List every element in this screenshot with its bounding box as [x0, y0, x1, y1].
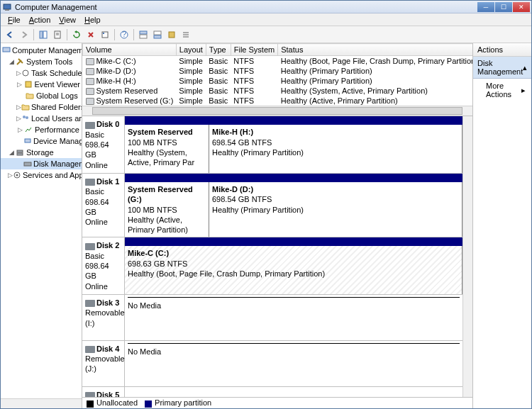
- col-filesystem[interactable]: File System: [231, 44, 277, 56]
- maximize-button[interactable]: ☐: [495, 2, 512, 12]
- properties-button[interactable]: [51, 28, 64, 41]
- chevron-right-icon: ▸: [521, 86, 526, 95]
- col-status[interactable]: Status: [278, 44, 473, 56]
- disk-type: Basic: [85, 252, 104, 260]
- properties2-button[interactable]: [99, 28, 111, 41]
- partition-mike-d[interactable]: Mike-D (D:) 698.54 GB NTFS Healthy (Prim…: [209, 182, 462, 237]
- tree-services-apps[interactable]: ▷ Services and Applications: [1, 169, 82, 181]
- title-bar: Computer Management ─ ☐ ✕: [1, 1, 531, 13]
- tree-event-viewer[interactable]: ▷ Event Viewer: [1, 79, 82, 90]
- actions-header: Actions: [473, 43, 531, 57]
- disk-row-5[interactable]: Disk 5 Removable (K:): [82, 387, 462, 397]
- menu-action[interactable]: Action: [25, 14, 55, 26]
- disk-row-4[interactable]: Disk 4 Removable (J:) No Media: [82, 341, 462, 387]
- disk-info: Disk 5 Removable (K:): [82, 387, 125, 397]
- back-button[interactable]: [4, 28, 16, 41]
- tree-system-tools[interactable]: ◢ System Tools: [1, 56, 82, 67]
- action-more[interactable]: More Actions ▸: [473, 79, 531, 101]
- view-bottom-button[interactable]: [151, 28, 164, 41]
- volume-icon: [86, 68, 94, 75]
- volume-row[interactable]: Mike-C (C:)SimpleBasicNTFSHealthy (Boot,…: [83, 56, 474, 67]
- part-title: Mike-H (H:): [212, 128, 253, 136]
- volume-row[interactable]: Mike-D (D:)SimpleBasicNTFSHealthy (Prima…: [83, 66, 474, 76]
- volume-row[interactable]: System Reserved (G:)SimpleBasicNTFSHealt…: [83, 96, 474, 106]
- expand-icon[interactable]: ▷: [16, 115, 21, 122]
- actions-group[interactable]: Disk Management ▴: [473, 57, 531, 79]
- tree-storage[interactable]: ◢ Storage: [1, 147, 82, 158]
- expand-icon[interactable]: ▷: [16, 126, 23, 133]
- disk-type: Removable (I:): [85, 308, 125, 327]
- collapse-icon[interactable]: ◢: [8, 58, 15, 65]
- computer-icon: [2, 45, 11, 55]
- col-volume[interactable]: Volume: [83, 44, 177, 56]
- col-layout[interactable]: Layout: [176, 44, 206, 56]
- volume-list: Volume Layout Type File System Status Ca…: [82, 43, 472, 116]
- main-content: Computer Management (Local ◢ System Tool…: [1, 43, 531, 408]
- legend: Unallocated Primary partition: [82, 397, 472, 408]
- partition-mike-h[interactable]: Mike-H (H:) 698.54 GB NTFS Healthy (Prim…: [209, 125, 462, 172]
- tree-shared-folders[interactable]: ▷ Shared Folders: [1, 101, 82, 113]
- tree-label: Global Logs: [36, 91, 78, 100]
- view-top-button[interactable]: [137, 28, 150, 41]
- list-button[interactable]: [179, 28, 192, 41]
- diskmap-scrollbar[interactable]: [462, 116, 472, 397]
- removable-icon: [85, 392, 95, 397]
- tree-root[interactable]: Computer Management (Local: [1, 45, 82, 56]
- expand-icon[interactable]: ▷: [16, 103, 21, 111]
- svg-rect-0: [4, 4, 11, 9]
- disk-type: Basic: [85, 187, 104, 196]
- no-media-text: No Media: [128, 301, 161, 310]
- show-hide-tree-button[interactable]: [37, 28, 50, 41]
- delete-button[interactable]: [84, 28, 97, 41]
- minimize-button[interactable]: ─: [477, 2, 494, 12]
- svg-point-22: [23, 116, 26, 118]
- disk-row-2[interactable]: Disk 2 Basic 698.64 GB Online Mike-C (C:…: [82, 237, 462, 294]
- partition-system-reserved-g[interactable]: System Reserved (G:) 100 MB NTFS Healthy…: [125, 182, 209, 237]
- disk-row-0[interactable]: Disk 0 Basic 698.64 GB Online System Res…: [82, 116, 462, 173]
- disk-row-1[interactable]: Disk 1 Basic 698.64 GB Online System Res…: [82, 174, 462, 237]
- tree-local-users[interactable]: ▷ Local Users and Groups: [1, 113, 82, 124]
- partition-system-reserved[interactable]: System Reserved 100 MB NTFS Healthy (Sys…: [125, 125, 209, 172]
- disk-row-3[interactable]: Disk 3 Removable (I:) No Media: [82, 295, 462, 341]
- disk-info: Disk 4 Removable (J:): [82, 341, 125, 386]
- menu-file[interactable]: File: [4, 14, 25, 26]
- disk-name: Disk 0: [96, 120, 119, 128]
- tree-scrollbar[interactable]: [1, 398, 82, 408]
- volume-row[interactable]: Mike-H (H:)SimpleBasicNTFSHealthy (Prima…: [83, 76, 474, 86]
- disk-state: Online: [85, 218, 108, 226]
- collapse-icon[interactable]: ◢: [8, 149, 15, 156]
- close-button[interactable]: ✕: [513, 2, 530, 12]
- settings-button[interactable]: [165, 28, 178, 41]
- volume-scrollbar[interactable]: [82, 106, 472, 116]
- tree-task-scheduler[interactable]: ▷ Task Scheduler: [1, 67, 82, 79]
- part-sub: 100 MB NTFS: [128, 138, 177, 147]
- expand-icon[interactable]: ▷: [8, 172, 13, 179]
- help-button[interactable]: ?: [118, 28, 131, 41]
- volume-row[interactable]: System ReservedSimpleBasicNTFSHealthy (S…: [83, 86, 474, 96]
- menu-view[interactable]: View: [55, 14, 80, 26]
- performance-icon: [23, 125, 33, 135]
- tree-device-manager[interactable]: Device Manager: [1, 135, 82, 147]
- part-sub: 698.54 GB NTFS: [212, 195, 272, 203]
- svg-rect-14: [154, 35, 161, 38]
- tree-global-logs[interactable]: Global Logs: [1, 90, 82, 101]
- partition-header-bar: [125, 237, 462, 246]
- app-icon: [2, 2, 12, 12]
- event-icon: [23, 79, 33, 89]
- tree-label: Performance: [35, 125, 79, 134]
- menu-help[interactable]: Help: [80, 14, 105, 26]
- partition-mike-c[interactable]: Mike-C (C:) 698.63 GB NTFS Healthy (Boot…: [125, 246, 462, 293]
- part-status: Healthy (Primary Partition): [212, 148, 304, 157]
- tree-disk-management[interactable]: Disk Management: [1, 158, 82, 169]
- part-title: Mike-D (D:): [212, 185, 253, 194]
- col-type[interactable]: Type: [206, 44, 231, 56]
- forward-button[interactable]: [18, 28, 31, 41]
- disk-info: Disk 2 Basic 698.64 GB Online: [82, 237, 125, 293]
- expand-icon[interactable]: ▷: [16, 81, 23, 88]
- expand-icon[interactable]: ▷: [16, 69, 21, 77]
- svg-point-20: [23, 70, 28, 76]
- svg-rect-27: [24, 162, 31, 166]
- refresh-button[interactable]: [70, 28, 83, 41]
- tree-performance[interactable]: ▷ Performance: [1, 124, 82, 135]
- svg-rect-21: [26, 82, 31, 87]
